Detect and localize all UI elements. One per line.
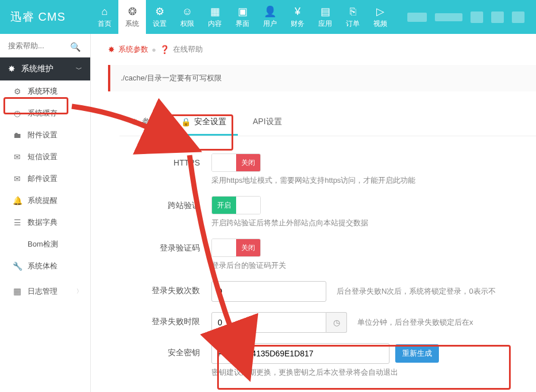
topnav-item-2[interactable]: ⚙设置 <box>146 0 173 34</box>
sidebar-item-icon: 🖿 <box>11 130 23 140</box>
tab-api[interactable]: API设置 <box>238 109 294 136</box>
help-cross: 开启跨站验证后将禁止外部站点向本站提交数据 <box>211 218 530 228</box>
sidebar-item-icon: ☰ <box>11 218 23 227</box>
topnav-item-5[interactable]: ▣界面 <box>229 0 256 34</box>
row-cross-site: 跨站验证 开启 开启跨站验证后将禁止外部站点向本站提交数据 <box>125 196 530 228</box>
sidebar: 🔍 ✸ 系统维护 ﹀ ⚙系统环境◷系统缓存🖿附件设置✉短信设置✉邮件设置🔔系统提… <box>0 34 91 392</box>
main-content: ✸ 系统参数 ● ❓ 在线帮助 ./cache/目录一定要有可写权限 ⚙参数🔒安… <box>91 34 536 392</box>
breadcrumb-help[interactable]: 在线帮助 <box>173 44 203 55</box>
topnav-label: 应用 <box>318 19 332 29</box>
toggle-https[interactable]: 关闭 <box>211 153 261 172</box>
tab-icon: 🔒 <box>181 117 191 126</box>
topnav-item-10[interactable]: ▷视频 <box>367 0 394 34</box>
topnav-blur <box>471 11 483 23</box>
topnav-label: 用户 <box>263 19 277 29</box>
sidebar-item-label: Bom检测 <box>28 239 58 249</box>
sidebar-item-bom[interactable]: Bom检测 <box>0 233 90 255</box>
sidebar-item-notify[interactable]: 🔔系统提醒 <box>0 190 90 212</box>
label-captcha: 登录验证码 <box>125 239 211 253</box>
topnav-icon: ▤ <box>321 5 330 18</box>
help-icon: ❓ <box>160 45 169 54</box>
sidebar-item-icon: ✉ <box>11 174 23 183</box>
sidebar-item-sms[interactable]: ✉短信设置 <box>0 146 90 168</box>
input-login-fail-count[interactable] <box>211 281 326 302</box>
toggle-off-label: 关闭 <box>236 154 260 171</box>
regenerate-key-button[interactable]: 重新生成 <box>395 344 439 363</box>
topnav-label: 财务 <box>291 19 304 29</box>
topnav-icon: 👤 <box>264 5 276 18</box>
tab-label: 参数 <box>142 117 158 127</box>
topnav-item-9[interactable]: ⎘订单 <box>339 0 367 34</box>
topnav-label: 内容 <box>208 19 222 29</box>
sidebar-item-icon: 🔔 <box>11 196 23 205</box>
topnav-item-7[interactable]: ¥财务 <box>284 0 311 34</box>
topnav-item-8[interactable]: ▤应用 <box>311 0 339 34</box>
topnav-icon: ▦ <box>210 5 220 18</box>
search-wrap: 🔍 <box>0 34 90 57</box>
breadcrumb-link[interactable]: 系统参数 <box>118 44 148 55</box>
row-secret-key: 安全密钥 重新生成 密钥建议定期更换，更换密钥之后本次登录将会自动退出 <box>125 343 530 378</box>
toggle-blank <box>212 154 236 171</box>
search-icon[interactable]: 🔍 <box>70 42 81 52</box>
topnav-item-4[interactable]: ▦内容 <box>201 0 229 34</box>
topnav-icon: ⌂ <box>102 6 108 18</box>
label-https: HTTPS <box>125 153 211 167</box>
sidebar-item-log[interactable]: ▦ 日志管理 〉 <box>0 280 90 302</box>
sidebar-header-maintenance[interactable]: ✸ 系统维护 ﹀ <box>0 57 90 80</box>
topnav-item-6[interactable]: 👤用户 <box>256 0 284 34</box>
topnav-label: 设置 <box>153 19 167 29</box>
sidebar-item-label: 系统缓存 <box>28 108 57 118</box>
input-secret-key[interactable] <box>211 343 390 364</box>
toggle-blank <box>212 239 236 256</box>
help-https: 采用https地址模式，需要网站支持https访问，才能开启此功能 <box>211 175 530 186</box>
sidebar-item-attachment[interactable]: 🖿附件设置 <box>0 124 90 146</box>
toggle-login-captcha[interactable]: 关闭 <box>211 239 261 257</box>
topnav-item-3[interactable]: ☺权限 <box>173 0 201 34</box>
topnav-blur <box>512 11 525 23</box>
tab-icon: ⚙ <box>131 117 138 126</box>
topnav-icon: ▣ <box>238 5 248 18</box>
topnav-icon: ⎘ <box>350 6 356 18</box>
sidebar-item-dict[interactable]: ☰数据字典 <box>0 212 90 233</box>
row-login-captcha: 登录验证码 关闭 登录后台的验证码开关 <box>125 239 530 271</box>
help-captcha: 登录后台的验证码开关 <box>211 260 530 271</box>
alert-cache-writable: ./cache/目录一定要有可写权限 <box>108 65 536 91</box>
topnav-icon: ¥ <box>295 6 300 18</box>
row-https: HTTPS 关闭 采用https地址模式，需要网站支持https访问，才能开启此… <box>125 153 530 186</box>
help-lockout: 单位分钟，后台登录失败锁定后在x <box>357 317 473 328</box>
sidebar-item-label: 附件设置 <box>28 130 57 140</box>
sidebar-item-label: 系统提醒 <box>28 195 57 206</box>
tabs: ⚙参数🔒安全设置API设置 <box>119 109 536 136</box>
clock-icon: ◷ <box>326 312 347 333</box>
breadcrumb: ✸ 系统参数 ● ❓ 在线帮助 <box>108 44 536 55</box>
sidebar-list: ⚙系统环境◷系统缓存🖿附件设置✉短信设置✉邮件设置🔔系统提醒☰数据字典Bom检测… <box>0 80 90 277</box>
tab-security[interactable]: 🔒安全设置 <box>169 109 238 136</box>
topnav-icon: ❂ <box>128 5 137 18</box>
toggle-cross-site[interactable]: 开启 <box>211 196 261 214</box>
chevron-down-icon: ﹀ <box>76 65 82 74</box>
topnav-label: 系统 <box>125 19 139 29</box>
sidebar-item-label: 数据字典 <box>28 217 57 228</box>
topnav-blur <box>435 13 462 21</box>
topnav-label: 订单 <box>346 19 360 29</box>
sidebar-item-system-cache[interactable]: ◷系统缓存 <box>0 102 90 124</box>
tab-params[interactable]: ⚙参数 <box>119 109 169 136</box>
top-nav: 迅睿 CMS ⌂首页❂系统⚙设置☺权限▦内容▣界面👤用户¥财务▤应用⎘订单▷视频 <box>0 0 536 34</box>
sidebar-item-icon: 🔧 <box>11 262 23 271</box>
topnav-label: 视频 <box>373 19 387 29</box>
sidebar-item-check[interactable]: 🔧系统体检 <box>0 255 90 277</box>
sidebar-item-system-env[interactable]: ⚙系统环境 <box>0 80 90 102</box>
input-lockout-minutes[interactable] <box>211 312 326 333</box>
label-fail: 登录失败次数 <box>125 281 211 296</box>
topnav-label: 权限 <box>180 19 194 29</box>
help-fail: 后台登录失败N次后，系统将锁定登录，0表示不 <box>337 286 496 297</box>
row-login-fail: 登录失败次数 后台登录失败N次后，系统将锁定登录，0表示不 <box>125 281 530 302</box>
topnav-item-0[interactable]: ⌂首页 <box>91 0 118 34</box>
sidebar-item-label: 系统体检 <box>28 261 57 271</box>
label-cross: 跨站验证 <box>125 196 211 211</box>
topnav-label: 界面 <box>236 19 249 29</box>
sidebar-item-label: 短信设置 <box>28 152 57 162</box>
sidebar-item-label: 日志管理 <box>28 286 57 297</box>
sidebar-item-email[interactable]: ✉邮件设置 <box>0 168 90 190</box>
topnav-item-1[interactable]: ❂系统 <box>118 0 146 34</box>
